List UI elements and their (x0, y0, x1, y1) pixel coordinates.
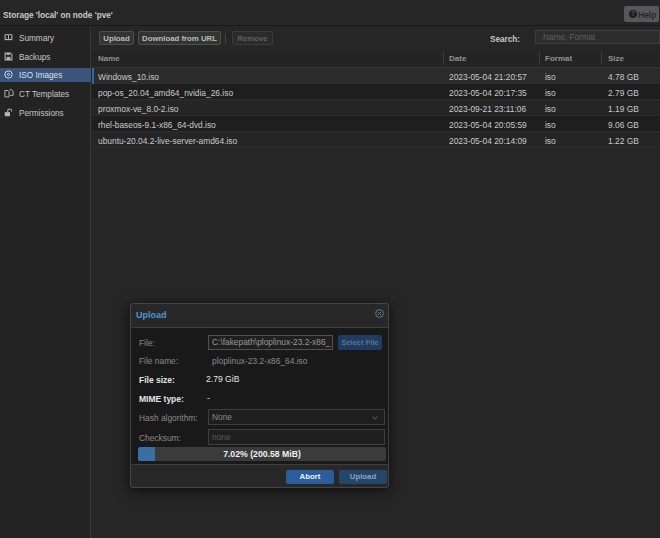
svg-text:?: ? (631, 10, 635, 17)
